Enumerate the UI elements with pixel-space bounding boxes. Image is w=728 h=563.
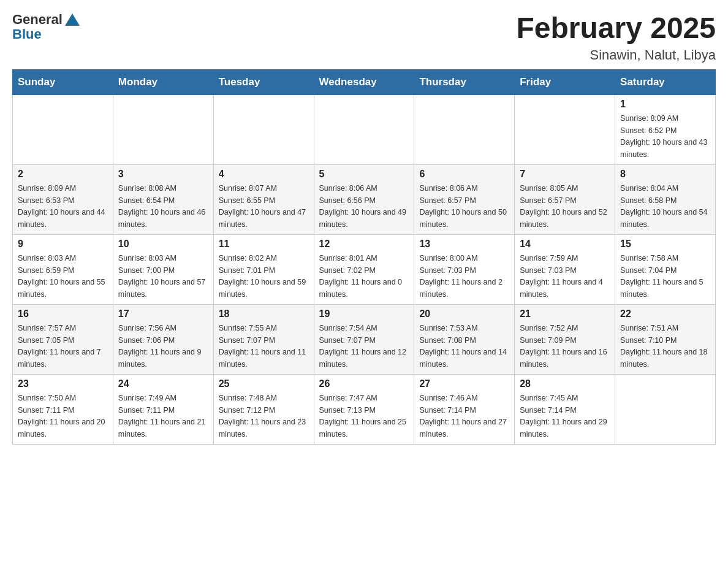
calendar-cell: 23 Sunrise: 7:50 AMSunset: 7:11 PMDaylig… bbox=[13, 374, 113, 444]
day-number: 9 bbox=[18, 239, 108, 250]
calendar-cell bbox=[314, 94, 414, 164]
day-number: 13 bbox=[419, 239, 509, 250]
day-info: Sunrise: 8:03 AMSunset: 7:00 PMDaylight:… bbox=[118, 254, 205, 299]
calendar-cell bbox=[615, 374, 716, 444]
calendar-cell: 26 Sunrise: 7:47 AMSunset: 7:13 PMDaylig… bbox=[314, 374, 414, 444]
day-info: Sunrise: 8:09 AMSunset: 6:52 PMDaylight:… bbox=[620, 114, 707, 159]
day-info: Sunrise: 8:08 AMSunset: 6:54 PMDaylight:… bbox=[118, 184, 205, 229]
calendar-cell: 24 Sunrise: 7:49 AMSunset: 7:11 PMDaylig… bbox=[113, 374, 213, 444]
day-info: Sunrise: 8:03 AMSunset: 6:59 PMDaylight:… bbox=[18, 254, 105, 299]
day-number: 21 bbox=[520, 308, 610, 320]
day-info: Sunrise: 7:51 AMSunset: 7:10 PMDaylight:… bbox=[620, 324, 707, 369]
calendar-cell: 2 Sunrise: 8:09 AMSunset: 6:53 PMDayligh… bbox=[13, 164, 113, 234]
header-sunday: Sunday bbox=[13, 69, 113, 94]
calendar-cell: 9 Sunrise: 8:03 AMSunset: 6:59 PMDayligh… bbox=[13, 234, 113, 304]
day-info: Sunrise: 8:04 AMSunset: 6:58 PMDaylight:… bbox=[620, 184, 707, 229]
day-number: 18 bbox=[219, 308, 309, 320]
day-info: Sunrise: 8:02 AMSunset: 7:01 PMDaylight:… bbox=[219, 254, 306, 299]
calendar-week-row: 2 Sunrise: 8:09 AMSunset: 6:53 PMDayligh… bbox=[13, 164, 716, 234]
logo-text-blue: Blue bbox=[12, 27, 80, 42]
calendar-cell: 8 Sunrise: 8:04 AMSunset: 6:58 PMDayligh… bbox=[615, 164, 716, 234]
day-number: 14 bbox=[520, 239, 610, 250]
day-number: 24 bbox=[118, 378, 208, 389]
day-number: 12 bbox=[319, 239, 409, 250]
day-info: Sunrise: 7:53 AMSunset: 7:08 PMDaylight:… bbox=[419, 324, 506, 369]
header-friday: Friday bbox=[515, 69, 615, 94]
calendar-cell: 20 Sunrise: 7:53 AMSunset: 7:08 PMDaylig… bbox=[414, 304, 515, 374]
calendar-table: Sunday Monday Tuesday Wednesday Thursday… bbox=[12, 69, 716, 445]
days-header-row: Sunday Monday Tuesday Wednesday Thursday… bbox=[13, 69, 716, 94]
calendar-cell: 15 Sunrise: 7:58 AMSunset: 7:04 PMDaylig… bbox=[615, 234, 716, 304]
calendar-cell: 25 Sunrise: 7:48 AMSunset: 7:12 PMDaylig… bbox=[213, 374, 314, 444]
calendar-cell: 21 Sunrise: 7:52 AMSunset: 7:09 PMDaylig… bbox=[515, 304, 615, 374]
day-number: 3 bbox=[118, 169, 208, 180]
logo-text-general: General bbox=[12, 12, 63, 27]
day-info: Sunrise: 7:48 AMSunset: 7:12 PMDaylight:… bbox=[219, 394, 306, 439]
calendar-cell: 4 Sunrise: 8:07 AMSunset: 6:55 PMDayligh… bbox=[213, 164, 314, 234]
calendar-cell bbox=[113, 94, 213, 164]
day-info: Sunrise: 7:49 AMSunset: 7:11 PMDaylight:… bbox=[118, 394, 205, 439]
calendar-cell bbox=[213, 94, 314, 164]
header-saturday: Saturday bbox=[615, 69, 716, 94]
day-info: Sunrise: 7:47 AMSunset: 7:13 PMDaylight:… bbox=[319, 394, 406, 439]
logo: General Blue bbox=[12, 12, 80, 42]
calendar-cell: 7 Sunrise: 8:05 AMSunset: 6:57 PMDayligh… bbox=[515, 164, 615, 234]
day-number: 27 bbox=[419, 378, 509, 389]
day-info: Sunrise: 7:55 AMSunset: 7:07 PMDaylight:… bbox=[219, 324, 306, 369]
day-info: Sunrise: 7:52 AMSunset: 7:09 PMDaylight:… bbox=[520, 324, 607, 369]
calendar-cell: 1 Sunrise: 8:09 AMSunset: 6:52 PMDayligh… bbox=[615, 94, 716, 164]
day-number: 28 bbox=[520, 378, 610, 389]
calendar-cell: 12 Sunrise: 8:01 AMSunset: 7:02 PMDaylig… bbox=[314, 234, 414, 304]
calendar-week-row: 16 Sunrise: 7:57 AMSunset: 7:05 PMDaylig… bbox=[13, 304, 716, 374]
day-number: 5 bbox=[319, 169, 409, 180]
calendar-cell: 16 Sunrise: 7:57 AMSunset: 7:05 PMDaylig… bbox=[13, 304, 113, 374]
header-monday: Monday bbox=[113, 69, 213, 94]
calendar-cell: 17 Sunrise: 7:56 AMSunset: 7:06 PMDaylig… bbox=[113, 304, 213, 374]
calendar-cell: 22 Sunrise: 7:51 AMSunset: 7:10 PMDaylig… bbox=[615, 304, 716, 374]
calendar-cell: 28 Sunrise: 7:45 AMSunset: 7:14 PMDaylig… bbox=[515, 374, 615, 444]
calendar-cell: 18 Sunrise: 7:55 AMSunset: 7:07 PMDaylig… bbox=[213, 304, 314, 374]
day-info: Sunrise: 7:54 AMSunset: 7:07 PMDaylight:… bbox=[319, 324, 406, 369]
day-info: Sunrise: 7:56 AMSunset: 7:06 PMDaylight:… bbox=[118, 324, 202, 369]
day-number: 20 bbox=[419, 308, 509, 320]
calendar-cell bbox=[414, 94, 515, 164]
day-number: 15 bbox=[620, 239, 710, 250]
location-title: Sinawin, Nalut, Libya bbox=[516, 47, 716, 63]
day-info: Sunrise: 7:50 AMSunset: 7:11 PMDaylight:… bbox=[18, 394, 105, 439]
calendar-cell: 19 Sunrise: 7:54 AMSunset: 7:07 PMDaylig… bbox=[314, 304, 414, 374]
calendar-cell: 5 Sunrise: 8:06 AMSunset: 6:56 PMDayligh… bbox=[314, 164, 414, 234]
title-area: February 2025 Sinawin, Nalut, Libya bbox=[516, 12, 716, 63]
calendar-cell: 14 Sunrise: 7:59 AMSunset: 7:03 PMDaylig… bbox=[515, 234, 615, 304]
day-info: Sunrise: 8:05 AMSunset: 6:57 PMDaylight:… bbox=[520, 184, 607, 229]
day-info: Sunrise: 7:57 AMSunset: 7:05 PMDaylight:… bbox=[18, 324, 101, 369]
day-info: Sunrise: 7:58 AMSunset: 7:04 PMDaylight:… bbox=[620, 254, 703, 299]
day-number: 11 bbox=[219, 239, 309, 250]
logo-triangle-icon bbox=[65, 13, 80, 26]
day-number: 19 bbox=[319, 308, 409, 320]
day-info: Sunrise: 8:07 AMSunset: 6:55 PMDaylight:… bbox=[219, 184, 306, 229]
day-number: 8 bbox=[620, 169, 710, 180]
day-number: 7 bbox=[520, 169, 610, 180]
day-number: 2 bbox=[18, 169, 108, 180]
day-number: 1 bbox=[620, 99, 710, 110]
header-wednesday: Wednesday bbox=[314, 69, 414, 94]
calendar-week-row: 9 Sunrise: 8:03 AMSunset: 6:59 PMDayligh… bbox=[13, 234, 716, 304]
calendar-cell bbox=[13, 94, 113, 164]
calendar-cell: 10 Sunrise: 8:03 AMSunset: 7:00 PMDaylig… bbox=[113, 234, 213, 304]
header: General Blue February 2025 Sinawin, Nalu… bbox=[12, 12, 716, 63]
day-number: 10 bbox=[118, 239, 208, 250]
calendar-cell: 3 Sunrise: 8:08 AMSunset: 6:54 PMDayligh… bbox=[113, 164, 213, 234]
day-number: 26 bbox=[319, 378, 409, 389]
calendar-cell: 13 Sunrise: 8:00 AMSunset: 7:03 PMDaylig… bbox=[414, 234, 515, 304]
day-number: 16 bbox=[18, 308, 108, 320]
day-number: 17 bbox=[118, 308, 208, 320]
month-title: February 2025 bbox=[516, 12, 716, 45]
day-info: Sunrise: 8:06 AMSunset: 6:57 PMDaylight:… bbox=[419, 184, 506, 229]
calendar-cell: 6 Sunrise: 8:06 AMSunset: 6:57 PMDayligh… bbox=[414, 164, 515, 234]
header-thursday: Thursday bbox=[414, 69, 515, 94]
calendar-cell bbox=[515, 94, 615, 164]
day-info: Sunrise: 8:09 AMSunset: 6:53 PMDaylight:… bbox=[18, 184, 105, 229]
day-info: Sunrise: 7:46 AMSunset: 7:14 PMDaylight:… bbox=[419, 394, 506, 439]
day-info: Sunrise: 7:59 AMSunset: 7:03 PMDaylight:… bbox=[520, 254, 603, 299]
calendar-week-row: 23 Sunrise: 7:50 AMSunset: 7:11 PMDaylig… bbox=[13, 374, 716, 444]
